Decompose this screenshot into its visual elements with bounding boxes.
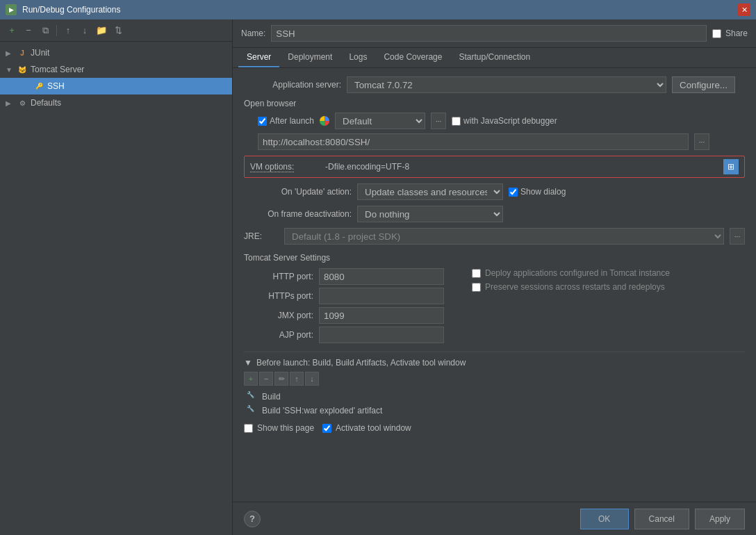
defaults-icon: ⚙ [17,97,28,108]
launch-item-build: 🔧 Build [244,390,745,404]
junit-label: JUnit [31,48,49,58]
ajp-port-input[interactable] [319,327,444,343]
ok-button[interactable]: OK [580,509,629,529]
chrome-icon [320,116,329,126]
show-this-page-checkbox[interactable] [244,424,253,433]
browser-row: After launch Default ··· with JavaScript… [244,113,745,129]
after-launch-checkbox[interactable] [258,117,267,126]
on-frame-label: On frame deactivation: [244,209,352,219]
window-title: Run/Debug Configurations [22,5,732,15]
move-down-button[interactable]: ↓ [77,23,92,38]
ssh-label: SSH [47,81,65,91]
app-server-label: Application server: [244,80,341,90]
move-up-button[interactable]: ↑ [60,23,76,38]
http-port-row: HTTP port: [244,268,444,285]
https-port-input[interactable] [319,288,444,304]
js-debugger-checkbox[interactable] [452,117,461,126]
before-launch-remove-button[interactable]: − [259,372,273,386]
defaults-label: Defaults [31,98,61,108]
name-input[interactable] [271,25,707,42]
add-button[interactable]: + [4,23,19,38]
jmx-port-input[interactable] [319,307,444,324]
sort-button[interactable]: ⇅ [110,23,126,38]
show-dialog-checkbox[interactable] [509,188,518,197]
tomcat-label: Tomcat Server [31,65,84,74]
tree-item-defaults[interactable]: ▶ ⚙ Defaults [0,94,232,111]
toolbar: + − ⧉ ↑ ↓ 📁 ⇅ [0,19,232,42]
preserve-sessions-option: Preserve sessions across restarts and re… [472,282,670,292]
jre-dots-button[interactable]: ··· [730,228,745,245]
title-bar: ▶ Run/Debug Configurations ✕ [0,0,756,19]
tree-item-junit[interactable]: ▶ J JUnit [0,44,232,61]
https-port-row: HTTPs port: [244,288,444,304]
tab-code-coverage[interactable]: Code Coverage [375,48,450,67]
tab-server[interactable]: Server [238,48,279,67]
configure-button[interactable]: Configure... [672,76,735,93]
remove-button[interactable]: − [21,23,36,38]
launch-build-label: Build [262,392,281,402]
tree-item-ssh[interactable]: 🔑 SSH [0,78,232,94]
before-launch-up-button[interactable]: ↑ [290,372,304,386]
deploy-configured-option: Deploy applications configured in Tomcat… [472,268,670,278]
http-port-input[interactable] [319,268,444,285]
build-icon: 🔧 [247,391,258,402]
launch-item-artifact: 🔧 Build 'SSH:war exploded' artifact [244,404,745,418]
cancel-button[interactable]: Cancel [634,509,689,529]
on-update-row: On 'Update' action: Update classes and r… [244,183,745,200]
before-launch-add-button[interactable]: + [244,372,258,386]
on-update-select[interactable]: Update classes and resources [357,183,503,200]
before-launch-down-button[interactable]: ↓ [305,372,319,386]
before-launch-toolbar: + − ✏ ↑ ↓ [244,372,745,386]
http-port-label: HTTP port: [244,272,313,281]
show-dialog-label: Show dialog [520,187,566,197]
jmx-port-label: JMX port: [244,311,313,320]
config-tree: ▶ J JUnit ▼ 🐱 Tomcat Server 🔑 SSH ▶ ⚙ De… [0,42,232,535]
jre-row: JRE: Default (1.8 - project SDK) ··· [244,228,745,245]
preserve-sessions-label: Preserve sessions across restarts and re… [485,282,665,292]
deploy-configured-checkbox[interactable] [472,269,481,278]
ajp-port-row: AJP port: [244,327,444,343]
name-row: Name: Share [233,19,756,48]
before-launch-header: ▼ Before launch: Build, Build Artifacts,… [244,358,745,368]
jre-label: JRE: [244,231,279,241]
vm-options-input[interactable] [325,162,718,172]
help-button[interactable]: ? [244,511,261,527]
before-launch-section: ▼ Before launch: Build, Build Artifacts,… [244,352,745,433]
browser-select[interactable]: Default [335,113,425,129]
vm-options-label: VM options: [250,162,320,172]
browser-dots-button[interactable]: ··· [431,113,446,129]
on-frame-select[interactable]: Do nothing [357,206,503,222]
url-dots-button[interactable]: ··· [694,133,709,150]
activate-tool-window-checkbox[interactable] [322,424,331,433]
before-launch-edit-button[interactable]: ✏ [274,372,288,386]
tab-logs[interactable]: Logs [340,48,375,67]
copy-button[interactable]: ⧉ [38,23,53,38]
show-this-page-label: Show this page [257,423,314,433]
deploy-configured-label: Deploy applications configured in Tomcat… [485,268,670,278]
js-debugger-area: with JavaScript debugger [452,116,557,126]
right-panel: Name: Share Server Deployment Logs Code … [233,19,756,535]
share-checkbox[interactable] [712,29,721,38]
tab-deployment[interactable]: Deployment [279,48,340,67]
folder-button[interactable]: 📁 [94,23,109,38]
app-icon: ▶ [6,4,17,15]
preserve-sessions-checkbox[interactable] [472,283,481,292]
ssh-icon: 🔑 [33,81,44,92]
tree-item-tomcat[interactable]: ▼ 🐱 Tomcat Server [0,61,232,78]
junit-icon: J [17,47,28,58]
https-port-label: HTTPs port: [244,291,313,301]
jmx-port-row: JMX port: [244,307,444,324]
tab-startup[interactable]: Startup/Connection [450,48,539,67]
content-area: Application server: Tomcat 7.0.72 Config… [233,68,756,502]
bottom-options: Show this page Activate tool window [244,423,745,433]
vm-expand-button[interactable]: ⊞ [723,159,739,174]
open-browser-section: Open browser After launch Default ··· wi… [244,99,745,150]
apply-button[interactable]: Apply [695,509,745,529]
jre-select[interactable]: Default (1.8 - project SDK) [284,228,724,245]
close-button[interactable]: ✕ [738,3,750,16]
activate-tool-window-label: Activate tool window [336,423,411,433]
after-launch-label: After launch [270,116,314,126]
tomcat-settings-area: HTTP port: HTTPs port: JMX port: AJP por… [244,268,745,346]
url-input[interactable] [258,133,689,150]
app-server-select[interactable]: Tomcat 7.0.72 [347,76,666,93]
